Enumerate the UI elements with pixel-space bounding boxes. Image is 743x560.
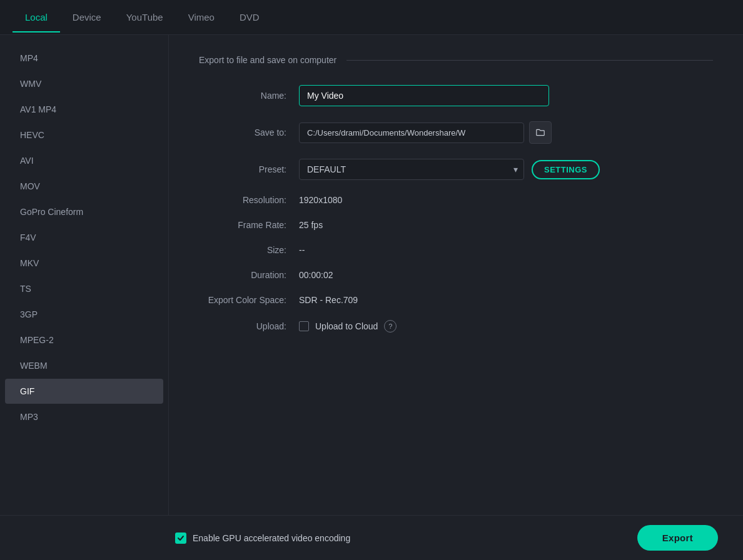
sidebar-item-webm[interactable]: WEBM xyxy=(5,353,163,378)
size-value: -- xyxy=(299,245,305,255)
upload-info-icon[interactable]: ? xyxy=(384,320,397,332)
folder-icon xyxy=(536,128,545,138)
content-area: Export to file and save on computer Name… xyxy=(169,35,743,560)
size-row: Size: -- xyxy=(199,245,713,255)
save-to-label: Save to: xyxy=(199,128,299,138)
color-space-row: Export Color Space: SDR - Rec.709 xyxy=(199,295,713,305)
sidebar: MP4 WMV AV1 MP4 HEVC AVI MOV GoPro Cinef… xyxy=(0,35,169,560)
section-header: Export to file and save on computer xyxy=(199,55,713,65)
upload-to-cloud-checkbox[interactable] xyxy=(299,321,309,331)
tab-bar: Local Device YouTube Vimeo DVD xyxy=(0,0,743,35)
resolution-row: Resolution: 1920x1080 xyxy=(199,195,713,205)
sidebar-item-gopro[interactable]: GoPro Cineform xyxy=(5,199,163,224)
name-label: Name: xyxy=(199,91,299,101)
sidebar-item-gif[interactable]: GIF xyxy=(5,379,163,404)
checkmark-icon xyxy=(177,534,184,542)
frame-rate-label: Frame Rate: xyxy=(199,220,299,230)
sidebar-item-mpeg2[interactable]: MPEG-2 xyxy=(5,328,163,352)
resolution-value: 1920x1080 xyxy=(299,195,342,205)
duration-value: 00:00:02 xyxy=(299,270,333,280)
sidebar-item-mov[interactable]: MOV xyxy=(5,174,163,199)
browse-folder-button[interactable] xyxy=(529,121,552,144)
gpu-checkbox[interactable] xyxy=(175,532,186,544)
upload-to-cloud-label: Upload to Cloud xyxy=(315,321,378,331)
tab-vimeo[interactable]: Vimeo xyxy=(176,2,227,32)
preset-wrapper: DEFAULT Custom SETTINGS xyxy=(299,159,600,180)
section-divider xyxy=(346,60,713,61)
preset-label: Preset: xyxy=(199,164,299,174)
export-button[interactable]: Export xyxy=(637,525,718,551)
resolution-label: Resolution: xyxy=(199,195,299,205)
tab-dvd[interactable]: DVD xyxy=(227,2,272,32)
save-to-row: Save to: C:/Users/drami/Documents/Wonder… xyxy=(199,121,713,144)
preset-select-wrapper: DEFAULT Custom xyxy=(299,159,524,180)
sidebar-item-3gp[interactable]: 3GP xyxy=(5,302,163,327)
sidebar-item-avi[interactable]: AVI xyxy=(5,148,163,173)
frame-rate-row: Frame Rate: 25 fps xyxy=(199,220,713,230)
tab-device[interactable]: Device xyxy=(60,2,114,32)
name-input[interactable] xyxy=(299,85,549,106)
name-row: Name: xyxy=(199,85,713,106)
gpu-wrapper: Enable GPU accelerated video encoding xyxy=(175,532,350,544)
color-space-value: SDR - Rec.709 xyxy=(299,295,358,305)
upload-wrapper: Upload to Cloud ? xyxy=(299,320,397,332)
tab-youtube[interactable]: YouTube xyxy=(114,2,176,32)
tab-local[interactable]: Local xyxy=(13,2,60,32)
upload-label: Upload: xyxy=(199,321,299,331)
save-to-path: C:/Users/drami/Documents/Wondershare/W xyxy=(299,122,524,143)
gpu-label: Enable GPU accelerated video encoding xyxy=(193,533,350,543)
sidebar-item-av1mp4[interactable]: AV1 MP4 xyxy=(5,97,163,122)
duration-label: Duration: xyxy=(199,270,299,280)
preset-select[interactable]: DEFAULT Custom xyxy=(299,159,524,180)
settings-button[interactable]: SETTINGS xyxy=(532,160,600,179)
sidebar-item-hevc[interactable]: HEVC xyxy=(5,122,163,148)
sidebar-item-f4v[interactable]: F4V xyxy=(5,225,163,250)
sidebar-item-mkv[interactable]: MKV xyxy=(5,251,163,276)
frame-rate-value: 25 fps xyxy=(299,220,323,230)
sidebar-item-ts[interactable]: TS xyxy=(5,276,163,301)
main-layout: MP4 WMV AV1 MP4 HEVC AVI MOV GoPro Cinef… xyxy=(0,35,743,560)
upload-row: Upload: Upload to Cloud ? xyxy=(199,320,713,332)
bottom-bar: Enable GPU accelerated video encoding Ex… xyxy=(0,515,743,560)
color-space-label: Export Color Space: xyxy=(199,295,299,305)
sidebar-item-mp4[interactable]: MP4 xyxy=(5,46,163,71)
preset-row: Preset: DEFAULT Custom SETTINGS xyxy=(199,159,713,180)
size-label: Size: xyxy=(199,245,299,255)
section-title: Export to file and save on computer xyxy=(199,55,336,65)
duration-row: Duration: 00:00:02 xyxy=(199,270,713,280)
save-to-wrapper: C:/Users/drami/Documents/Wondershare/W xyxy=(299,121,552,144)
sidebar-item-mp3[interactable]: MP3 xyxy=(5,404,163,429)
sidebar-item-wmv[interactable]: WMV xyxy=(5,71,163,96)
